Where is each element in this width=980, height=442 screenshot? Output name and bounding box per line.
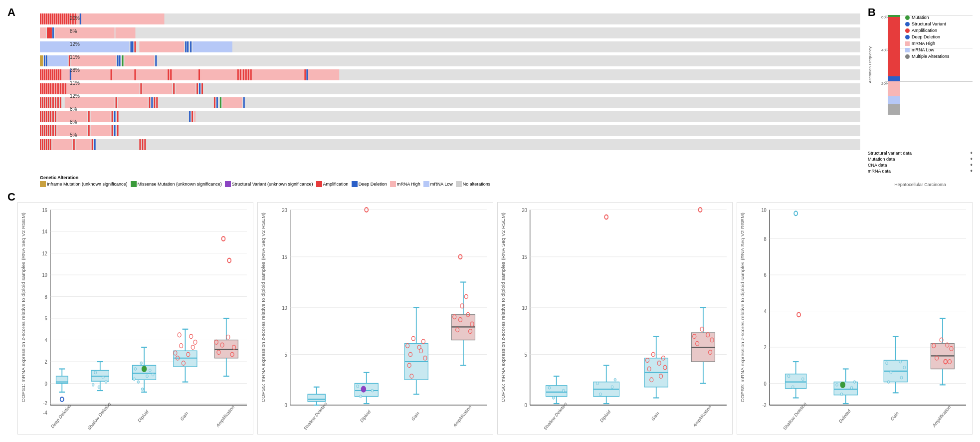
- svg-rect-128: [220, 97, 221, 108]
- svg-text:Amplification: Amplification: [215, 404, 235, 428]
- legend-amp: Amplification: [316, 181, 349, 187]
- svg-text:-2: -2: [763, 402, 767, 408]
- svg-rect-100: [90, 83, 140, 94]
- svg-rect-176: [139, 139, 141, 150]
- b-data-row-mut[interactable]: Mutation data +: [868, 157, 973, 162]
- svg-text:-2: -2: [43, 400, 47, 406]
- legend-no-alt: No alterations: [456, 181, 491, 187]
- svg-rect-146: [189, 111, 191, 122]
- boxplot-cops6: 20 15 10 5 0 COPS6: mRNA expression z-sc…: [497, 202, 733, 435]
- svg-point-458: [900, 376, 903, 379]
- b-seg-multiple: [888, 104, 900, 114]
- b-seg-deep-del: [888, 76, 900, 81]
- pct-cops7b: 8%: [70, 103, 80, 115]
- svg-text:Gain: Gain: [650, 411, 660, 422]
- svg-point-227: [94, 371, 97, 374]
- b-data-sv-label: Structural variant data: [868, 151, 912, 156]
- svg-rect-80: [248, 69, 249, 80]
- svg-point-444: [853, 381, 856, 384]
- b-legend-mutation: Mutation: [905, 15, 950, 20]
- svg-point-240: [140, 362, 143, 365]
- svg-text:0: 0: [524, 402, 527, 408]
- svg-rect-295: [308, 394, 325, 402]
- svg-rect-21: [80, 13, 81, 24]
- legend-del-icon: [352, 181, 358, 187]
- svg-text:12: 12: [42, 250, 47, 256]
- svg-rect-141: [88, 111, 90, 122]
- svg-point-308: [356, 385, 359, 388]
- pct-cops1: 20%: [70, 12, 80, 24]
- legend-mrna-low: mRNA Low: [423, 181, 453, 187]
- svg-text:4: 4: [764, 308, 767, 314]
- svg-text:Shallow Deletion: Shallow Deletion: [783, 401, 807, 432]
- b-data-row-sv[interactable]: Structural variant data +: [868, 151, 973, 156]
- svg-rect-111: [44, 97, 45, 108]
- b-legend-sv-dot: [905, 22, 910, 26]
- legend-missense: Missense Mutation (unknown significance): [131, 181, 222, 187]
- svg-rect-8: [50, 13, 51, 24]
- b-legend-amp-label: Amplification: [912, 28, 937, 33]
- svg-rect-13: [60, 13, 61, 24]
- svg-rect-72: [170, 69, 172, 80]
- svg-rect-113: [48, 97, 49, 108]
- svg-point-373: [596, 382, 598, 385]
- b-legend-deep-del-dot: [905, 35, 910, 39]
- legend-sv-label: Structural Variant (unknown significance…: [232, 182, 313, 187]
- svg-rect-63: [58, 69, 59, 80]
- svg-rect-51: [155, 55, 157, 66]
- b-legend-multiple-label: Multiple Alterations: [912, 54, 950, 59]
- svg-rect-127: [216, 97, 218, 108]
- svg-point-431: [802, 378, 804, 381]
- legend-missense-label: Missense Mutation (unknown significance): [138, 182, 222, 187]
- svg-text:14: 14: [42, 228, 47, 234]
- svg-point-262: [178, 333, 181, 337]
- svg-rect-60: [52, 69, 53, 80]
- svg-rect-7: [48, 13, 49, 24]
- svg-rect-123: [151, 97, 153, 108]
- svg-text:Shallow Deletion: Shallow Deletion: [543, 401, 568, 432]
- svg-text:0: 0: [284, 402, 287, 408]
- svg-text:2: 2: [45, 358, 47, 365]
- svg-rect-139: [55, 111, 56, 122]
- panel-c: C 16 14 12 10 8: [5, 190, 975, 437]
- svg-text:15: 15: [282, 253, 287, 260]
- svg-rect-67: [111, 69, 112, 80]
- svg-rect-54: [40, 69, 41, 80]
- genetic-alteration-label: Genetic Alteration: [40, 175, 860, 180]
- cancer-label: Hepatocellular Carcinoma: [868, 182, 973, 187]
- svg-rect-15: [64, 13, 65, 24]
- svg-rect-16: [66, 13, 67, 24]
- svg-point-430: [787, 375, 790, 378]
- svg-rect-95: [55, 83, 56, 94]
- svg-text:COPS5: mRNA expression z-score: COPS5: mRNA expression z-scores relative…: [261, 213, 266, 402]
- pct-cops6: 11%: [70, 77, 80, 89]
- svg-rect-131: [40, 111, 860, 122]
- svg-point-263: [190, 334, 193, 339]
- b-data-cna-label: CNA data: [868, 163, 887, 168]
- svg-text:8: 8: [764, 235, 767, 242]
- pct-labels: 20% 8% 12% 11% 38% 11% 12% 8% 8% 5%: [70, 12, 80, 142]
- svg-rect-151: [42, 125, 43, 136]
- svg-rect-83: [304, 69, 306, 80]
- pct-cops7a: 12%: [70, 90, 80, 102]
- svg-rect-165: [40, 139, 41, 150]
- svg-text:10: 10: [762, 207, 767, 213]
- svg-rect-24: [40, 27, 860, 38]
- svg-rect-98: [62, 83, 64, 94]
- svg-rect-133: [42, 111, 43, 122]
- svg-rect-117: [57, 97, 59, 108]
- b-data-row-mrna[interactable]: mRNA data +: [868, 169, 973, 174]
- legend-missense-icon: [131, 181, 137, 187]
- svg-point-457: [888, 381, 890, 384]
- svg-rect-150: [40, 125, 41, 136]
- svg-point-243: [149, 369, 151, 372]
- svg-point-441: [836, 384, 838, 387]
- b-seg-mrna-low: [888, 96, 900, 104]
- svg-rect-39: [193, 41, 232, 52]
- svg-rect-162: [114, 125, 116, 136]
- svg-rect-4: [42, 13, 43, 24]
- svg-point-229: [98, 386, 100, 389]
- b-data-row-cna[interactable]: CNA data +: [868, 163, 973, 168]
- legend-mrna-low-label: mRNA Low: [430, 182, 453, 187]
- b-legend-deep-del-label: Deep Deletion: [912, 34, 940, 39]
